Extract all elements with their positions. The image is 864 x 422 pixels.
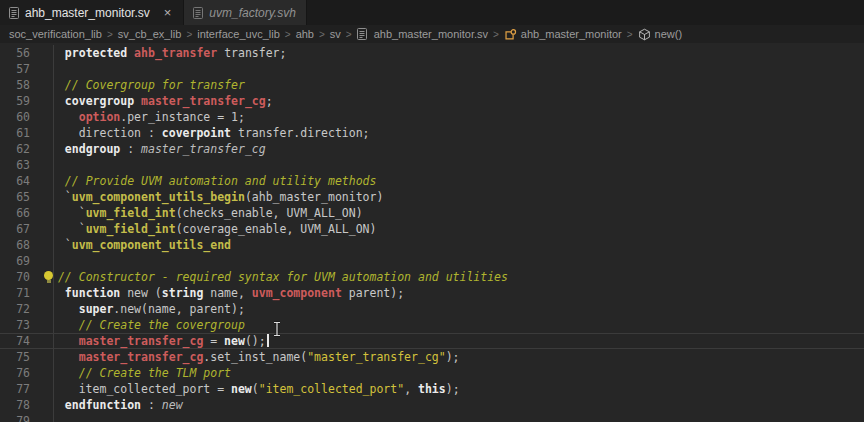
breadcrumb-label: ahb_master_monitor.sv [374, 28, 488, 40]
line-number: 58 [0, 77, 30, 93]
line-number: 78 [0, 397, 30, 413]
code-line-68[interactable]: 68 `uvm_component_utils_end [0, 237, 864, 253]
line-number: 77 [0, 381, 30, 397]
code-text: `uvm_field_int(coverage_enable, UVM_ALL_… [51, 221, 376, 237]
breadcrumb: soc_verification_lib>sv_cb_ex_lib>interf… [0, 25, 864, 43]
code-text: protected ahb_transfer transfer; [51, 45, 286, 61]
code-line-79[interactable]: 79 [0, 413, 864, 422]
code-line-71[interactable]: 71 function new (string name, uvm_compon… [0, 285, 864, 301]
breadcrumb-label: new() [655, 28, 683, 40]
tab-uvm-factory[interactable]: uvm_factory.svh [184, 0, 306, 25]
code-line-65[interactable]: 65 `uvm_component_utils_begin(ahb_master… [0, 189, 864, 205]
line-number: 73 [0, 317, 30, 333]
class-icon [504, 28, 517, 41]
method-icon [638, 28, 651, 41]
code-line-63[interactable]: 63 [0, 157, 864, 173]
breadcrumb-item-ahb-master-monitor-sv[interactable]: ahb_master_monitor.sv [357, 28, 488, 41]
lightbulb-icon[interactable] [44, 271, 53, 283]
breadcrumb-separator: > [627, 29, 633, 40]
code-line-72[interactable]: 72 super.new(name, parent); [0, 301, 864, 317]
code-line-74[interactable]: 74 master_transfer_cg = new(); [0, 333, 864, 349]
code-line-70[interactable]: 70 // Constructor - required syntax for … [0, 269, 864, 285]
code-line-67[interactable]: 67 `uvm_field_int(coverage_enable, UVM_A… [0, 221, 864, 237]
line-number: 72 [0, 301, 30, 317]
line-number: 67 [0, 221, 30, 237]
code-line-76[interactable]: 76 // Create the TLM port [0, 365, 864, 381]
line-number: 75 [0, 349, 30, 365]
breadcrumb-item-interface-uvc-lib[interactable]: interface_uvc_lib [197, 28, 280, 40]
tab-ahb-master-monitor[interactable]: ahb_master_monitor.sv × [0, 0, 184, 25]
line-number: 59 [0, 93, 30, 109]
tab-label: uvm_factory.svh [209, 6, 295, 20]
code-text: item_collected_port = new("item_collecte… [51, 381, 460, 397]
code-text: endfunction : new [51, 397, 183, 413]
breadcrumb-separator: > [493, 29, 499, 40]
breadcrumb-separator: > [319, 29, 325, 40]
line-number: 57 [0, 61, 30, 77]
code-line-73[interactable]: 73 // Create the covergroup [0, 317, 864, 333]
mouse-cursor-ibeam [273, 321, 281, 337]
breadcrumb-item-ahb-master-monitor[interactable]: ahb_master_monitor [504, 28, 622, 41]
code-line-78[interactable]: 78 endfunction : new [0, 397, 864, 413]
code-line-58[interactable]: 58 // Covergroup for transfer [0, 77, 864, 93]
file-icon [193, 7, 203, 19]
code-text: function new (string name, uvm_component… [51, 285, 404, 301]
code-text: `uvm_component_utils_end [51, 237, 231, 253]
breadcrumb-separator: > [107, 29, 113, 40]
code-text: master_transfer_cg.set_inst_name("master… [51, 349, 460, 365]
code-text: // Provide UVM automation and utility me… [51, 173, 376, 189]
breadcrumb-item-new[interactable]: new() [638, 28, 683, 41]
code-text: // Covergroup for transfer [51, 77, 245, 93]
code-text: super.new(name, parent); [51, 301, 245, 317]
tab-label: ahb_master_monitor.sv [25, 6, 150, 20]
code-line-61[interactable]: 61 direction : coverpoint transfer.direc… [0, 125, 864, 141]
text-caret [267, 334, 269, 347]
line-number: 71 [0, 285, 30, 301]
code-line-60[interactable]: 60 option.per_instance = 1; [0, 109, 864, 125]
code-text: // Create the TLM port [51, 365, 231, 381]
breadcrumb-label: sv [330, 28, 341, 40]
code-text: `uvm_field_int(checks_enable, UVM_ALL_ON… [51, 205, 363, 221]
line-number: 65 [0, 189, 30, 205]
breadcrumb-item-sv[interactable]: sv [330, 28, 341, 40]
code-line-57[interactable]: 57 [0, 61, 864, 77]
code-text: `uvm_component_utils_begin(ahb_master_mo… [51, 189, 383, 205]
code-line-77[interactable]: 77 item_collected_port = new("item_colle… [0, 381, 864, 397]
code-line-69[interactable]: 69 [0, 253, 864, 269]
code-line-64[interactable]: 64 // Provide UVM automation and utility… [0, 173, 864, 189]
code-line-56[interactable]: 56 protected ahb_transfer transfer; [0, 45, 864, 61]
line-number: 63 [0, 157, 30, 173]
code-text: // Create the covergroup [51, 317, 245, 333]
line-number: 61 [0, 125, 30, 141]
code-text: // Constructor - required syntax for UVM… [51, 269, 508, 285]
code-text: direction : coverpoint transfer.directio… [51, 125, 370, 141]
line-number: 69 [0, 253, 30, 269]
breadcrumb-label: sv_cb_ex_lib [118, 28, 182, 40]
code-text: endgroup : master_transfer_cg [51, 141, 266, 157]
breadcrumb-label: ahb_master_monitor [521, 28, 622, 40]
breadcrumb-item-sv-cb-ex-lib[interactable]: sv_cb_ex_lib [118, 28, 182, 40]
line-number: 62 [0, 141, 30, 157]
line-number: 79 [0, 413, 30, 422]
breadcrumb-item-ahb[interactable]: ahb [296, 28, 314, 40]
breadcrumb-item-soc-verification-lib[interactable]: soc_verification_lib [9, 28, 102, 40]
code-line-66[interactable]: 66 `uvm_field_int(checks_enable, UVM_ALL… [0, 205, 864, 221]
line-number: 74 [0, 333, 30, 349]
code-text: covergroup master_transfer_cg; [51, 93, 273, 109]
line-number: 70 [0, 269, 30, 285]
breadcrumb-separator: > [186, 29, 192, 40]
breadcrumb-label: interface_uvc_lib [197, 28, 280, 40]
breadcrumb-separator: > [285, 29, 291, 40]
tab-bar: ahb_master_monitor.sv × uvm_factory.svh [0, 0, 864, 25]
code-line-62[interactable]: 62 endgroup : master_transfer_cg [0, 141, 864, 157]
line-number: 68 [0, 237, 30, 253]
code-editor[interactable]: 56 protected ahb_transfer transfer;5758 … [0, 43, 864, 422]
code-line-59[interactable]: 59 covergroup master_transfer_cg; [0, 93, 864, 109]
code-text: master_transfer_cg = new(); [51, 333, 269, 349]
code-line-75[interactable]: 75 master_transfer_cg.set_inst_name("mas… [0, 349, 864, 365]
line-number: 56 [0, 45, 30, 61]
code-lines: 56 protected ahb_transfer transfer;5758 … [0, 45, 864, 422]
line-number: 66 [0, 205, 30, 221]
close-icon[interactable]: × [162, 6, 174, 19]
breadcrumb-separator: > [346, 29, 352, 40]
